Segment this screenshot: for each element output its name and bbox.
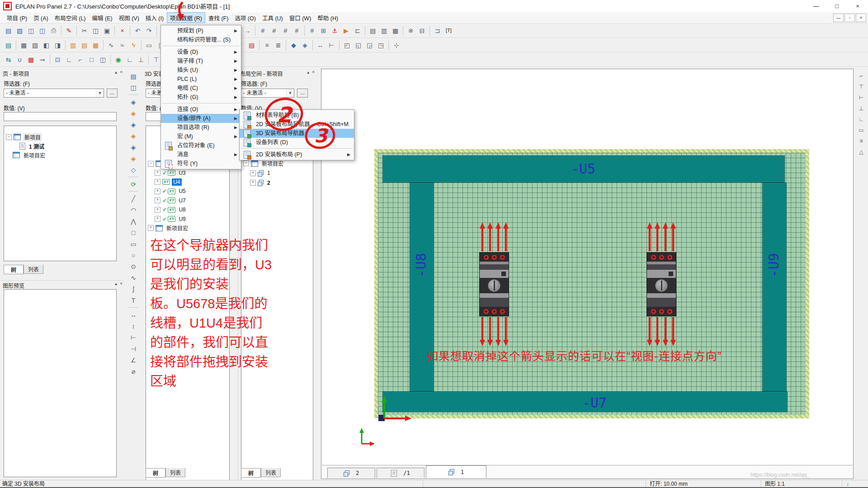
options-icon[interactable]: ※: [405, 25, 416, 37]
rounded-rect-icon[interactable]: ▭: [128, 238, 139, 249]
view-tab-1[interactable]: 1: [426, 465, 486, 478]
grid-c-icon[interactable]: #: [280, 25, 291, 37]
plumb-icon[interactable]: ⊥: [135, 54, 146, 66]
cube-3-icon[interactable]: ◈: [128, 119, 139, 130]
t-node-icon[interactable]: ⊸: [37, 54, 48, 66]
close-button[interactable]: ×: [847, 0, 868, 12]
s-line-icon[interactable]: ʃ: [128, 283, 139, 295]
mounting-panel-drawing[interactable]: -U5 -U7 -U8 -U9: [374, 149, 809, 418]
menu-item-13[interactable]: 宏 (M)▶: [161, 132, 241, 141]
panel-tab-树[interactable]: 树: [4, 265, 24, 274]
place-green-icon[interactable]: ◉: [113, 54, 124, 66]
ws-d-icon[interactable]: ⊥: [856, 103, 867, 114]
expand-node-icon[interactable]: +: [155, 207, 160, 213]
view-tab-2[interactable]: 2: [327, 468, 375, 478]
menubar-item-4[interactable]: 视图 (V): [116, 12, 142, 23]
expand-node-icon[interactable]: +: [250, 180, 256, 186]
view-c-icon[interactable]: ◲: [364, 39, 375, 51]
plc-a-icon[interactable]: ▥: [67, 39, 79, 51]
cube-7-icon[interactable]: ◇: [128, 164, 139, 175]
tree-label[interactable]: 新项目宏: [165, 224, 189, 232]
u-connector-icon[interactable]: ∪: [14, 54, 25, 66]
ellipse-icon[interactable]: ⊙: [128, 261, 139, 272]
value-input[interactable]: [4, 112, 117, 121]
layer-a-icon[interactable]: ≡: [261, 39, 273, 51]
menu-item-3[interactable]: 设备 (D)▶: [161, 47, 241, 56]
menu-item-0[interactable]: 材料表导航器 (B): [240, 111, 354, 120]
mdi-close-button[interactable]: ×: [856, 14, 866, 22]
tree-row-U9[interactable]: +✓XYU9: [146, 214, 229, 223]
menu-item-16[interactable]: 符号 (Y): [161, 159, 241, 168]
delete-icon[interactable]: ×: [117, 25, 128, 37]
detail-view-icon[interactable]: ▥: [378, 25, 390, 37]
print-icon[interactable]: ⎙: [48, 25, 59, 37]
cube-2-icon[interactable]: ◈: [128, 108, 139, 119]
messages-icon[interactable]: ▤: [246, 39, 257, 51]
duct-right-U9[interactable]: [762, 183, 787, 391]
filter-combobox[interactable]: - 未激活 -▼: [4, 89, 104, 98]
tree-row-U5[interactable]: +✓XYU5: [146, 187, 229, 196]
cube-1-icon[interactable]: ◈: [128, 96, 139, 108]
tree-row-U8[interactable]: +✓XYU8: [146, 205, 229, 214]
grid-b-icon[interactable]: #: [269, 25, 280, 37]
expand-node-icon[interactable]: +: [148, 225, 154, 231]
grid-d-icon[interactable]: #: [291, 25, 302, 37]
wire-b-icon[interactable]: ≈: [117, 39, 128, 51]
collapse-node-icon[interactable]: −: [6, 134, 12, 140]
undo-icon[interactable]: ↶: [132, 25, 143, 37]
menubar-item-10[interactable]: 窗口 (W): [286, 12, 315, 23]
update-icon[interactable]: ⟳: [128, 178, 139, 190]
close-icon[interactable]: ×: [120, 70, 123, 75]
tree-label[interactable]: 1 测试: [28, 142, 46, 150]
junction-icon[interactable]: ▦: [25, 54, 37, 66]
copy-icon[interactable]: ◫: [90, 25, 101, 37]
expand-node-icon[interactable]: +: [155, 197, 160, 203]
close-icon[interactable]: ×: [120, 281, 123, 286]
graphic-a-icon[interactable]: ▦: [18, 39, 29, 51]
table-view-icon[interactable]: ▦: [390, 25, 401, 37]
expand-node-icon[interactable]: +: [155, 179, 160, 185]
wire-a-icon[interactable]: ∿: [105, 39, 117, 51]
list-view-icon[interactable]: ▤: [367, 25, 378, 37]
part-b-icon[interactable]: ◈: [299, 39, 311, 51]
text-icon[interactable]: T: [128, 295, 139, 306]
measure-icon[interactable]: ⊏: [352, 25, 363, 37]
tree-label[interactable]: U5: [177, 188, 187, 195]
tree-row-新项目[interactable]: −新项目: [4, 132, 116, 141]
pages-icon[interactable]: ◫: [128, 82, 139, 93]
select-icon[interactable]: ⊟: [416, 25, 428, 37]
device-a-icon[interactable]: ▭: [143, 39, 155, 51]
diameter-icon[interactable]: ⌀: [128, 366, 139, 377]
mdi-restore-button[interactable]: ▫: [844, 14, 855, 22]
symbol-a-icon[interactable]: ◧: [41, 39, 52, 51]
cut-icon[interactable]: ✂: [79, 25, 90, 37]
flag-icon[interactable]: ▶: [340, 25, 352, 37]
dim-a-icon[interactable]: ↔: [315, 39, 326, 51]
tree-row-1 测试[interactable]: 1 测试: [4, 141, 116, 150]
tree-label[interactable]: U9: [177, 216, 187, 223]
ws-b-icon[interactable]: ⊤: [856, 81, 867, 92]
filter-more-button[interactable]: ...: [297, 89, 308, 98]
menu-item-0[interactable]: 预规划 (P)▶: [161, 26, 241, 35]
redo-icon[interactable]: ↷: [143, 25, 155, 37]
layer-b-icon[interactable]: ≣: [273, 39, 284, 51]
tree-row-U3[interactable]: +✓XYU3: [146, 168, 229, 177]
graphic-b-icon[interactable]: ▧: [29, 39, 41, 51]
menu-item-11[interactable]: 设备/部件 (A)▶: [161, 114, 241, 123]
menu-item-7[interactable]: 电缆 (C)▶: [161, 84, 241, 93]
expand-node-icon[interactable]: +: [250, 170, 256, 176]
corner-a-icon[interactable]: ∟: [63, 54, 75, 66]
grid-on-icon[interactable]: #: [307, 25, 318, 37]
tree-label[interactable]: 2: [266, 179, 272, 187]
tree-row-2[interactable]: +2: [241, 178, 313, 188]
edit-tool-icon[interactable]: ✎: [63, 25, 75, 37]
collapse-icon[interactable]: ▴: [115, 281, 117, 286]
menu-item-5[interactable]: 2D 安装板布局 (P)▶: [240, 150, 354, 159]
close-icon[interactable]: ×: [312, 70, 315, 75]
ws-e-icon[interactable]: ∟: [856, 114, 867, 125]
mounting-plate-grid[interactable]: [378, 153, 806, 415]
panel-tab-列表[interactable]: 列表: [165, 468, 185, 477]
menu-item-15[interactable]: 消息▶: [161, 150, 241, 159]
panel-tab-树[interactable]: 树: [241, 468, 261, 478]
menu-item-14[interactable]: 占位符对象 (E): [161, 141, 241, 150]
